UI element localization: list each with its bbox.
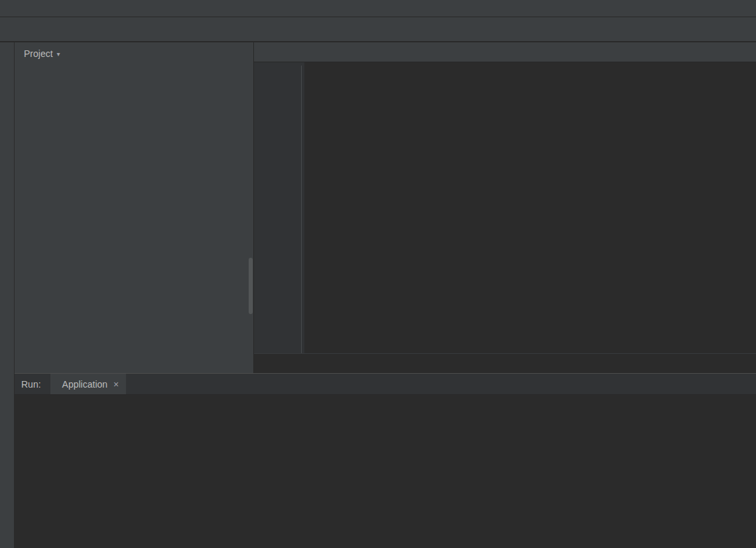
run-toolbars	[15, 395, 77, 548]
navigation-bar	[0, 17, 756, 42]
project-panel-title[interactable]: Project	[24, 48, 53, 59]
run-tool-window: Run: Application ×	[15, 373, 756, 548]
run-tab-label: Application	[62, 379, 108, 390]
editor-gutter	[254, 62, 304, 353]
chevron-down-icon[interactable]: ▾	[57, 50, 60, 58]
upper-area: Project ▾	[15, 42, 756, 373]
fold-guide-line	[301, 66, 302, 353]
run-console[interactable]	[77, 395, 756, 548]
run-tab-application[interactable]: Application ×	[50, 374, 127, 394]
console-toolbar	[46, 401, 77, 548]
project-tool-window: Project ▾	[15, 42, 254, 373]
editor-tab-bar	[254, 42, 756, 62]
run-panel-header: Run: Application ×	[15, 374, 756, 395]
ide-window: Project ▾	[0, 0, 756, 548]
run-panel-label: Run:	[21, 379, 41, 390]
project-panel-header: Project ▾	[15, 42, 253, 65]
close-icon[interactable]: ×	[113, 380, 119, 389]
project-scrollbar[interactable]	[249, 258, 253, 314]
editor-area	[254, 42, 756, 373]
run-panel-body	[15, 395, 756, 548]
project-tree	[15, 65, 253, 373]
code-editor[interactable]	[254, 62, 756, 353]
run-toolbar-left	[15, 401, 46, 548]
editor-breadcrumbs	[254, 353, 756, 373]
main-area: Project ▾	[0, 42, 756, 548]
menu-bar	[0, 0, 756, 17]
content-area: Project ▾	[15, 42, 756, 548]
tool-window-stripe	[0, 42, 15, 548]
